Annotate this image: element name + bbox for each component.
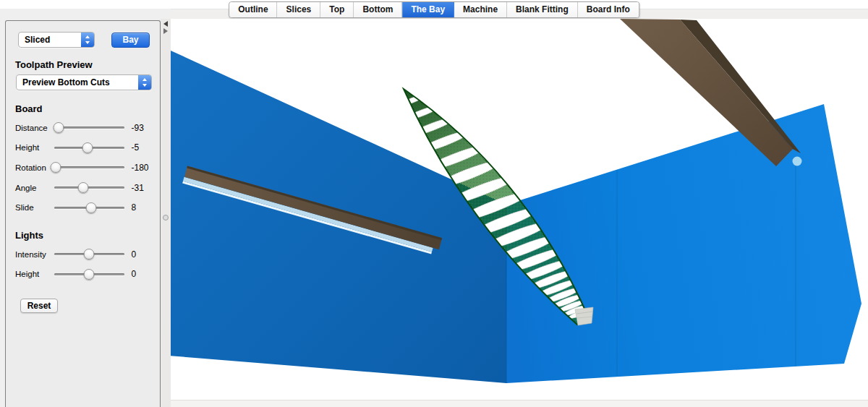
tab-the-bay[interactable]: The Bay [402, 2, 454, 17]
stepper-arrows-icon[interactable] [81, 33, 94, 47]
slider-label: Slide [15, 203, 53, 212]
board-slider-row-angle: Angle-31 [15, 178, 160, 198]
tab-board-info[interactable]: Board Info [578, 2, 639, 17]
lights-sliders: Intensity0Height0 [15, 244, 160, 284]
reset-button[interactable]: Reset [20, 299, 58, 313]
slider-track[interactable] [54, 182, 124, 193]
slider-value: -93 [132, 123, 160, 133]
slider-value: 0 [132, 249, 160, 260]
mode-controls-row: Sliced Bay [18, 32, 150, 48]
tab-machine[interactable]: Machine [454, 2, 507, 17]
slider-thumb[interactable] [84, 249, 95, 260]
slider-track[interactable] [54, 142, 124, 153]
slider-track[interactable] [54, 202, 124, 213]
collapse-left-icon[interactable] [163, 21, 168, 27]
toolpath-preview-select[interactable]: Preview Bottom Cuts [16, 74, 152, 90]
slider-value: 0 [132, 269, 160, 279]
slice-mode-value: Sliced [19, 33, 81, 47]
toolpath-preview-value: Preview Bottom Cuts [17, 75, 138, 90]
slider-label: Rotation [15, 163, 53, 172]
slider-label: Angle [15, 184, 53, 192]
slider-label: Distance [15, 124, 53, 132]
slice-mode-select[interactable]: Sliced [18, 32, 95, 48]
tab-blank-fitting[interactable]: Blank Fitting [507, 2, 578, 17]
viewport-3d[interactable] [171, 19, 868, 400]
app-window: OutlineSlicesTopBottomThe BayMachineBlan… [0, 0, 868, 407]
slider-label: Height [15, 270, 53, 278]
bottom-strip [171, 400, 868, 407]
slider-track[interactable] [54, 162, 124, 173]
board-sliders: Distance-93Height-5Rotation-180Angle-31S… [15, 118, 160, 218]
slider-thumb[interactable] [86, 202, 97, 213]
slider-track[interactable] [54, 269, 124, 280]
slider-value: -31 [132, 183, 160, 193]
slider-track[interactable] [54, 122, 124, 133]
board-slider-row-rotation: Rotation-180 [15, 158, 160, 178]
splitter-grip-icon[interactable] [163, 215, 169, 220]
tab-outline[interactable]: Outline [229, 2, 277, 17]
rail-end-dot [793, 157, 802, 166]
slider-label: Intensity [15, 250, 53, 259]
splitter-handle[interactable] [161, 19, 171, 407]
toolpath-preview-heading: Toolpath Preview [15, 59, 160, 70]
board-slider-row-slide: Slide8 [15, 197, 160, 218]
lights-heading: Lights [15, 230, 160, 241]
tab-top[interactable]: Top [320, 2, 354, 17]
tab-slices[interactable]: Slices [278, 2, 321, 17]
slider-thumb[interactable] [84, 269, 95, 280]
slider-value: 8 [132, 202, 160, 213]
board-slider-row-height: Height-5 [15, 138, 160, 158]
slider-value: -180 [132, 163, 160, 173]
lights-slider-row-intensity: Intensity0 [15, 244, 160, 265]
view-tabbar: OutlineSlicesTopBottomThe BayMachineBlan… [229, 1, 639, 18]
bay-button[interactable]: Bay [111, 33, 150, 48]
tab-bottom[interactable]: Bottom [354, 2, 402, 17]
slider-thumb[interactable] [78, 182, 89, 193]
slider-thumb[interactable] [50, 162, 61, 173]
board-tail-tip [575, 307, 593, 325]
board-heading: Board [15, 103, 160, 114]
slider-label: Height [15, 143, 53, 152]
slider-thumb[interactable] [54, 122, 64, 133]
bay-right-wall [506, 104, 861, 383]
sidebar-panel: Sliced Bay Toolpath Preview Preview Bott… [5, 20, 161, 407]
board-slider-row-distance: Distance-93 [15, 118, 160, 138]
collapse-right-icon[interactable] [163, 28, 168, 34]
stepper-arrows-icon[interactable] [138, 75, 151, 90]
lights-slider-row-height: Height0 [15, 265, 160, 285]
slider-value: -5 [132, 142, 160, 153]
slider-thumb[interactable] [82, 142, 93, 153]
slider-track[interactable] [54, 249, 124, 260]
